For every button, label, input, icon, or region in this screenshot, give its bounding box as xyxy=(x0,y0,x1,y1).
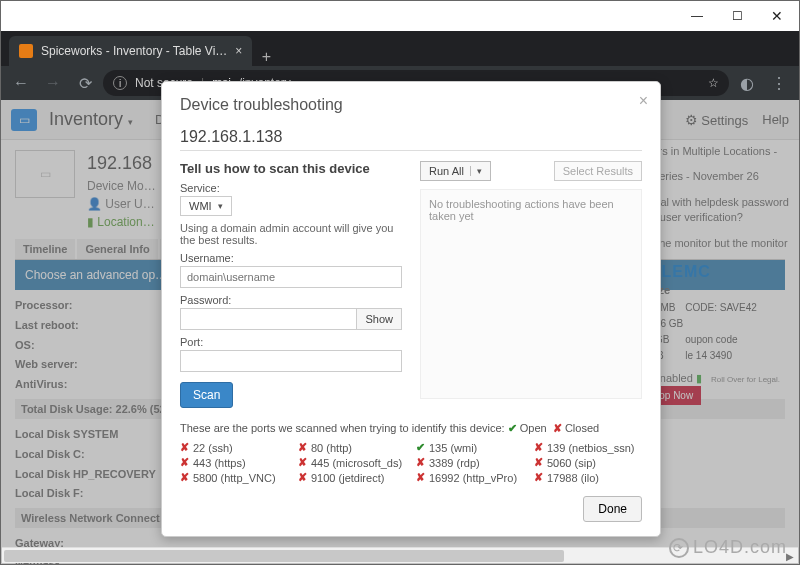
service-select[interactable]: WMI▾ xyxy=(180,196,232,216)
port-entry: ✘22 (ssh) xyxy=(180,441,288,454)
modal-ip: 192.168.1.138 xyxy=(180,124,642,151)
scrollbar-thumb[interactable] xyxy=(4,550,564,562)
service-label: Service: xyxy=(180,182,402,194)
port-label: Port: xyxy=(180,336,402,348)
reload-button[interactable]: ⟳ xyxy=(71,69,99,97)
modal-close-button[interactable]: × xyxy=(639,92,648,110)
port-input[interactable] xyxy=(180,350,402,372)
scan-button[interactable]: Scan xyxy=(180,382,233,408)
closed-icon: ✘ xyxy=(416,456,425,469)
bookmark-star-icon[interactable]: ☆ xyxy=(708,76,719,90)
back-button[interactable]: ← xyxy=(7,69,35,97)
closed-icon: ✘ xyxy=(534,471,543,484)
watermark-icon: ⟳ xyxy=(669,538,689,558)
browser-menu-icon[interactable]: ⋮ xyxy=(765,69,793,97)
port-entry: ✘443 (https) xyxy=(180,456,288,469)
admin-hint: Using a domain admin account will give y… xyxy=(180,222,402,246)
chevron-down-icon: ▾ xyxy=(470,166,482,176)
closed-icon: ✘ xyxy=(180,456,189,469)
closed-icon: ✘ xyxy=(298,471,307,484)
open-icon: ✔ xyxy=(416,441,425,454)
tab-title: Spiceworks - Inventory - Table Vi… xyxy=(41,44,227,58)
closed-icon: ✘ xyxy=(180,441,189,454)
window-close-button[interactable]: ✕ xyxy=(757,2,797,30)
app-window: — ☐ ✕ Spiceworks - Inventory - Table Vi…… xyxy=(0,0,800,565)
port-entry: ✔135 (wmi) xyxy=(416,441,524,454)
closed-icon: ✘ xyxy=(416,471,425,484)
watermark: ⟳ LO4D.com xyxy=(669,537,787,558)
port-entry: ✘139 (netbios_ssn) xyxy=(534,441,642,454)
run-all-button[interactable]: Run All ▾ xyxy=(420,161,491,181)
done-button[interactable]: Done xyxy=(583,496,642,522)
closed-icon: ✘ xyxy=(298,441,307,454)
username-label: Username: xyxy=(180,252,402,264)
window-titlebar: — ☐ ✕ xyxy=(1,1,799,31)
closed-icon: ✘ xyxy=(534,441,543,454)
modal-title: Device troubleshooting xyxy=(180,96,642,114)
port-entry: ✘445 (microsoft_ds) xyxy=(298,456,406,469)
port-entry: ✘5060 (sip) xyxy=(534,456,642,469)
troubleshoot-modal: × Device troubleshooting 192.168.1.138 T… xyxy=(161,81,661,537)
closed-icon: ✘ xyxy=(180,471,189,484)
closed-legend-icon: ✘ xyxy=(553,422,562,434)
port-entry: ✘16992 (http_vPro) xyxy=(416,471,524,484)
username-input[interactable] xyxy=(180,266,402,288)
port-entry: ✘3389 (rdp) xyxy=(416,456,524,469)
profile-icon[interactable]: ◐ xyxy=(733,69,761,97)
favicon-icon xyxy=(19,44,33,58)
password-input[interactable] xyxy=(180,308,357,330)
open-legend-icon: ✔ xyxy=(508,422,517,434)
closed-icon: ✘ xyxy=(534,456,543,469)
site-info-icon[interactable]: i xyxy=(113,76,127,90)
chevron-down-icon: ▾ xyxy=(218,201,223,211)
port-entry: ✘9100 (jetdirect) xyxy=(298,471,406,484)
closed-icon: ✘ xyxy=(298,456,307,469)
browser-tabstrip: Spiceworks - Inventory - Table Vi… × + xyxy=(1,31,799,66)
scan-heading: Tell us how to scan this device xyxy=(180,161,402,176)
password-label: Password: xyxy=(180,294,402,306)
window-maximize-button[interactable]: ☐ xyxy=(717,2,757,30)
ports-caption: These are the ports we scanned when tryi… xyxy=(180,422,642,435)
browser-tab[interactable]: Spiceworks - Inventory - Table Vi… × xyxy=(9,36,252,66)
forward-button[interactable]: → xyxy=(39,69,67,97)
port-entry: ✘5800 (http_VNC) xyxy=(180,471,288,484)
show-password-button[interactable]: Show xyxy=(357,308,402,330)
new-tab-button[interactable]: + xyxy=(252,48,280,66)
port-entry: ✘17988 (ilo) xyxy=(534,471,642,484)
window-minimize-button[interactable]: — xyxy=(677,2,717,30)
select-results-button[interactable]: Select Results xyxy=(554,161,642,181)
results-panel: No troubleshooting actions have been tak… xyxy=(420,189,642,399)
tab-close-icon[interactable]: × xyxy=(235,44,242,58)
port-entry: ✘80 (http) xyxy=(298,441,406,454)
ports-grid: ✘22 (ssh)✘80 (http)✔135 (wmi)✘139 (netbi… xyxy=(180,441,642,484)
